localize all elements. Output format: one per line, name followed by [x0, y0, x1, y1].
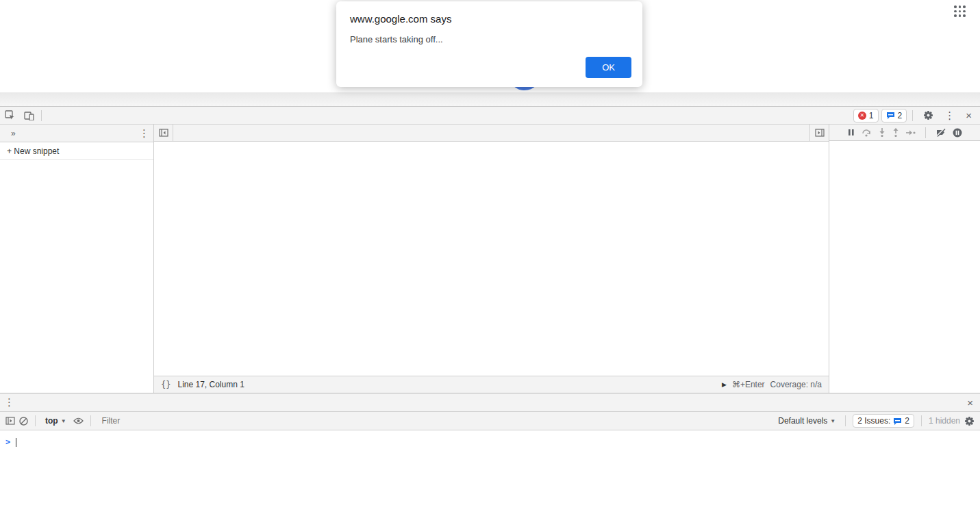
- new-snippet-label: + New snippet: [7, 146, 59, 156]
- text-cursor: [16, 438, 16, 447]
- settings-gear-icon[interactable]: [918, 107, 938, 125]
- toolbar-separator: [41, 110, 42, 121]
- toolbar-separator: [921, 415, 922, 426]
- console-toolbar: top ▼ Default levels ▼ 2 Issues:: [0, 412, 980, 430]
- editor-tabbar: [154, 125, 829, 142]
- devtools-toolbar: ✕ 1 2: [0, 107, 980, 125]
- step-over-icon[interactable]: [862, 129, 872, 137]
- code-area[interactable]: [154, 142, 829, 376]
- close-drawer-icon[interactable]: ×: [963, 397, 980, 409]
- debugger-sidebar: [829, 125, 980, 393]
- pause-on-exceptions-icon[interactable]: [953, 128, 962, 138]
- new-snippet-button[interactable]: + New snippet: [0, 142, 153, 160]
- devtools-toolbar-right: ✕ 1 2: [853, 107, 980, 125]
- statusbar-right: ▶ ⌘+Enter Coverage: n/a: [722, 380, 822, 389]
- sources-sidebar-header: » ⋮: [0, 125, 153, 142]
- error-icon: ✕: [858, 112, 866, 120]
- chevron-down-icon: ▼: [61, 418, 66, 424]
- sidebar-more-icon[interactable]: ⋮: [135, 127, 153, 140]
- close-devtools-icon[interactable]: ×: [962, 109, 976, 121]
- log-levels-value: Default levels: [778, 416, 827, 426]
- show-debugger-sidebar-icon[interactable]: [809, 125, 829, 141]
- google-apps-icon[interactable]: [954, 5, 966, 18]
- more-tabs-icon[interactable]: »: [7, 129, 20, 138]
- console-sidebar-icon[interactable]: [5, 417, 15, 425]
- step-into-icon[interactable]: [879, 128, 885, 137]
- chevron-down-icon: ▼: [830, 418, 835, 424]
- hidden-messages-label[interactable]: 1 hidden: [929, 416, 960, 426]
- prompt-chevron-icon: >: [5, 437, 10, 447]
- error-count-badge[interactable]: ✕ 1: [853, 109, 879, 122]
- cursor-position: Line 17, Column 1: [177, 380, 244, 389]
- alert-dialog-message: Plane starts taking off...: [350, 34, 443, 44]
- console-prompt[interactable]: >: [0, 433, 980, 447]
- page-divider-band: [0, 92, 980, 106]
- pause-script-icon[interactable]: [848, 129, 855, 136]
- alert-ok-button[interactable]: OK: [586, 57, 631, 78]
- alert-dialog-title: www.google.com says: [350, 13, 451, 25]
- issues-count: 2: [898, 111, 903, 120]
- sources-panel: » ⋮ + New snippet: [0, 125, 980, 393]
- controls-separator: [925, 127, 926, 138]
- issues-count-badge[interactable]: 2: [881, 109, 907, 122]
- snippet-file-list: [0, 160, 153, 164]
- step-out-icon[interactable]: [892, 128, 899, 137]
- editor-statusbar: {} Line 17, Column 1 ▶ ⌘+Enter Coverage:…: [154, 376, 829, 393]
- alert-dialog: www.google.com says Plane starts taking …: [336, 1, 642, 87]
- console-filter-input[interactable]: [98, 416, 772, 426]
- devtools-window: ✕ 1 2: [0, 106, 980, 518]
- toolbar-separator: [912, 110, 913, 121]
- code-editor: {} Line 17, Column 1 ▶ ⌘+Enter Coverage:…: [154, 125, 829, 393]
- step-icon[interactable]: [906, 130, 916, 135]
- drawer-more-icon[interactable]: ⋮: [0, 396, 18, 409]
- issues-pill-label: 2 Issues:: [857, 416, 890, 426]
- more-options-icon[interactable]: ⋮: [940, 109, 959, 122]
- issues-pill[interactable]: 2 Issues: 2: [853, 414, 914, 428]
- live-expression-eye-icon[interactable]: [73, 417, 84, 424]
- issues-pill-count: 2: [905, 416, 909, 426]
- coverage-status: Coverage: n/a: [770, 380, 822, 389]
- drawer-tabbar: ⋮ ×: [0, 393, 980, 412]
- context-selector[interactable]: top ▼: [42, 416, 69, 426]
- toolbar-separator: [845, 415, 846, 426]
- device-toolbar-icon[interactable]: [19, 107, 38, 125]
- screen: www.google.com says Plane starts taking …: [0, 0, 980, 518]
- pretty-print-icon[interactable]: {}: [161, 380, 171, 389]
- run-shortcut: ⌘+Enter: [732, 380, 765, 389]
- sources-sidebar: » ⋮ + New snippet: [0, 125, 154, 393]
- run-snippet-icon[interactable]: ▶: [722, 381, 727, 388]
- clear-console-icon[interactable]: [19, 417, 28, 426]
- console-drawer: ⋮ × top ▼: [0, 393, 980, 518]
- context-selector-value: top: [45, 416, 58, 426]
- error-count: 1: [869, 111, 874, 120]
- deactivate-breakpoints-icon[interactable]: [935, 128, 946, 137]
- log-levels-selector[interactable]: Default levels ▼: [775, 416, 838, 426]
- toolbar-separator: [35, 415, 36, 426]
- hide-navigator-icon[interactable]: [154, 125, 173, 141]
- issues-icon: [893, 417, 902, 425]
- inspect-element-icon[interactable]: [0, 107, 19, 125]
- console-settings-gear-icon[interactable]: [964, 416, 975, 426]
- toolbar-separator: [90, 415, 91, 426]
- debugger-controls: [829, 125, 980, 141]
- issues-icon: [886, 112, 895, 119]
